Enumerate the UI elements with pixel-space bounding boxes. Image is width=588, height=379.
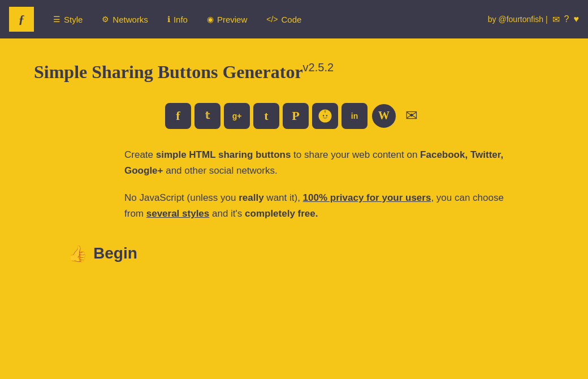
- googleplus-icon-btn[interactable]: g+: [224, 103, 250, 129]
- wordpress-icon-btn[interactable]: W: [371, 103, 397, 129]
- svg-point-1: [321, 113, 329, 119]
- privacy-link[interactable]: 100% privacy for your users: [303, 192, 431, 203]
- nav-style[interactable]: ☰ Style: [45, 11, 90, 28]
- styles-link[interactable]: several styles: [146, 208, 210, 219]
- help-icon-nav[interactable]: ?: [564, 14, 569, 24]
- main-content: Simple Sharing Buttons Generatorv2.5.2 f…: [0, 38, 588, 286]
- twitter-icon-btn[interactable]: 𝕥: [194, 103, 220, 129]
- style-icon: ☰: [53, 15, 60, 24]
- facebook-icon-btn[interactable]: f: [165, 103, 191, 129]
- logo-letter: ƒ: [19, 12, 25, 27]
- nav-networks[interactable]: ⚙ Networks: [94, 11, 156, 28]
- begin-button[interactable]: 👍 Begin: [68, 244, 137, 263]
- svg-point-4: [323, 115, 324, 116]
- networks-label: Networks: [113, 15, 148, 24]
- page-title: Simple Sharing Buttons Generatorv2.5.2: [34, 61, 554, 83]
- desc-end1: and other social networks.: [163, 165, 277, 176]
- nav-right: by @fourtonfish | ✉ ? ♥: [488, 14, 579, 25]
- svg-point-7: [325, 110, 326, 111]
- email-share-icon-btn[interactable]: ✉: [400, 103, 423, 129]
- bold-html-sharing: simple HTML sharing buttons: [156, 149, 291, 160]
- svg-point-5: [326, 115, 327, 116]
- nav-code[interactable]: </> Code: [258, 11, 309, 28]
- version-badge: v2.5.2: [303, 61, 334, 74]
- desc-suffix1: to share your web content on: [291, 149, 420, 160]
- pinterest-icon-btn[interactable]: P: [283, 103, 309, 129]
- bold-free: completely free.: [245, 208, 318, 219]
- info-icon: ℹ: [167, 15, 170, 24]
- code-icon: </>: [266, 15, 278, 24]
- tumblr-icon-btn[interactable]: t: [253, 103, 279, 129]
- heart-icon-nav[interactable]: ♥: [574, 14, 580, 24]
- bold-really: really: [239, 192, 263, 203]
- nav-logo[interactable]: ƒ: [9, 7, 34, 32]
- reddit-icon-btn[interactable]: [312, 103, 338, 129]
- nav-links: ☰ Style ⚙ Networks ℹ Info ◉ Preview </> …: [45, 11, 488, 28]
- linkedin-icon-btn[interactable]: in: [341, 103, 368, 129]
- desc-para1: Create simple HTML sharing buttons to sh…: [124, 147, 509, 179]
- begin-label: Begin: [93, 244, 137, 262]
- svg-point-2: [320, 114, 322, 117]
- info-label: Info: [174, 15, 188, 24]
- description-block: Create simple HTML sharing buttons to sh…: [124, 147, 509, 222]
- svg-point-3: [328, 114, 330, 117]
- networks-icon: ⚙: [102, 15, 109, 24]
- thumbs-up-icon: 👍: [68, 244, 88, 263]
- title-text: Simple Sharing Buttons Generator: [34, 62, 303, 82]
- desc-para2: No JavaScript (unless you really want it…: [124, 190, 509, 222]
- style-label: Style: [64, 15, 83, 24]
- begin-section: 👍 Begin: [34, 244, 554, 263]
- preview-label: Preview: [217, 15, 247, 24]
- navbar: ƒ ☰ Style ⚙ Networks ℹ Info ◉ Preview </…: [0, 0, 588, 38]
- email-icon-nav[interactable]: ✉: [552, 14, 560, 25]
- code-label: Code: [282, 15, 302, 24]
- nav-preview[interactable]: ◉ Preview: [199, 11, 255, 28]
- by-text: by @fourtonfish |: [488, 15, 548, 24]
- nav-info[interactable]: ℹ Info: [159, 11, 196, 28]
- social-icons-row: f 𝕥 g+ t P in W ✉: [34, 103, 554, 129]
- preview-icon: ◉: [207, 15, 214, 24]
